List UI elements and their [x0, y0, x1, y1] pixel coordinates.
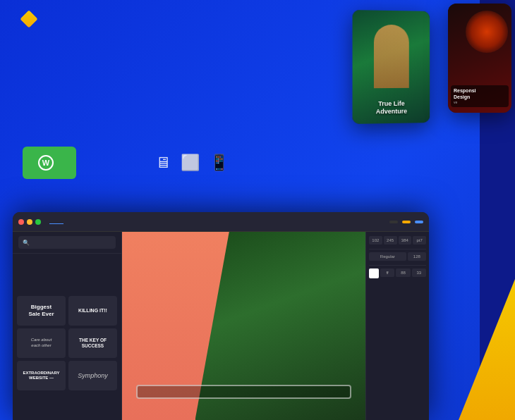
- add-subheading-item[interactable]: [17, 271, 117, 278]
- h-input[interactable]: pt7: [413, 236, 426, 245]
- search-bar[interactable]: 🔍: [18, 236, 116, 249]
- size-input[interactable]: 128: [408, 252, 426, 261]
- editor-topbar: [13, 212, 429, 232]
- slide-text-area: [136, 382, 351, 399]
- editor-right-panel: 102 245 384 pt7 Regular 128 ff: [365, 232, 429, 420]
- alpha-input[interactable]: 33: [412, 268, 426, 277]
- publish-button[interactable]: [402, 221, 411, 223]
- download-button[interactable]: W: [23, 147, 76, 179]
- combo-grid: BiggestSale Ever KILLING IT!! Care about…: [13, 296, 121, 358]
- combo-text: Care abouteach other: [31, 338, 52, 349]
- tab-options[interactable]: [63, 219, 78, 224]
- logo-icon: [20, 10, 37, 27]
- traffic-lights: [18, 219, 41, 225]
- divider: [369, 265, 426, 266]
- combo-item-ext[interactable]: EXTRAORDINARYWEBSITE —: [17, 361, 66, 390]
- feedback-button[interactable]: [389, 221, 398, 223]
- combo-styles-label: [13, 290, 121, 296]
- font-weight-row: Regular 128: [369, 252, 426, 261]
- combo-text: THE KEY OFSUCCESS: [79, 338, 107, 350]
- close-button[interactable]: [18, 219, 24, 225]
- color-section: ff 88 33: [369, 268, 426, 278]
- minimize-button[interactable]: [27, 219, 32, 225]
- combo-item-biggest[interactable]: BiggestSale Ever: [17, 296, 66, 326]
- combo-text: Symphony: [78, 372, 108, 379]
- position-section: 102 245 384 pt7: [369, 236, 426, 245]
- combo-text: BiggestSale Ever: [28, 304, 54, 317]
- combo-text: EXTRAORDINARYWEBSITE —: [23, 371, 59, 381]
- combo-item-key[interactable]: THE KEY OFSUCCESS: [68, 328, 117, 358]
- combo-item-killing[interactable]: KILLING IT!!: [68, 296, 117, 326]
- topbar-tabs: [49, 219, 78, 224]
- weight-input[interactable]: Regular: [369, 252, 406, 261]
- combo-item-care[interactable]: Care abouteach other: [17, 328, 66, 358]
- phone-icon: 📱: [210, 154, 229, 172]
- desktop-icon: 🖥: [155, 154, 171, 172]
- slide-main-text-box[interactable]: [136, 385, 351, 399]
- color-swatch[interactable]: [369, 268, 379, 278]
- tab-slides[interactable]: [49, 219, 63, 224]
- search-icon: 🔍: [23, 240, 30, 246]
- tablet-preview: True LifeAdventure: [353, 10, 430, 124]
- drag-label: [13, 254, 121, 260]
- tablet-icon: ⬜: [181, 154, 200, 172]
- add-heading-item[interactable]: [17, 261, 117, 268]
- y-input[interactable]: 245: [384, 236, 397, 245]
- phone-preview: ResponsiDesign ve: [448, 4, 511, 113]
- font-section: Regular 128: [369, 252, 426, 261]
- opacity-input[interactable]: 88: [396, 268, 410, 277]
- combo-text: KILLING IT!!: [78, 308, 107, 314]
- editor-body: 🔍 BiggestSale Ever: [13, 232, 429, 420]
- editor-screenshot: 🔍 BiggestSale Ever: [13, 212, 429, 420]
- editor-canvas: [122, 232, 365, 420]
- position-row-1: 102 245 384 pt7: [369, 236, 426, 245]
- divider: [369, 249, 426, 249]
- add-body-item[interactable]: [17, 281, 117, 288]
- editor-sidebar: 🔍 BiggestSale Ever: [13, 232, 122, 420]
- wordpress-icon: W: [38, 155, 54, 171]
- x-input[interactable]: 102: [369, 236, 382, 245]
- combo-grid-bottom: EXTRAORDINARYWEBSITE — Symphony: [13, 358, 121, 393]
- w-input[interactable]: 384: [399, 236, 412, 245]
- devices-preview: True LifeAdventure ResponsiDesign ve: [317, 0, 515, 183]
- tablet-overlay-text: True LifeAdventure: [376, 99, 407, 116]
- combo-item-symphony[interactable]: Symphony: [68, 361, 117, 390]
- preview-button[interactable]: [415, 221, 423, 223]
- maximize-button[interactable]: [35, 219, 41, 225]
- color-row: ff 88 33: [369, 268, 426, 278]
- sidebar-search: 🔍: [13, 232, 121, 254]
- slide-canvas: [122, 232, 365, 420]
- topbar-right: [389, 221, 423, 223]
- header: [23, 13, 41, 25]
- phone-overlay-text: ResponsiDesign: [454, 88, 506, 100]
- color-hex[interactable]: ff: [380, 268, 394, 277]
- device-icons: 🖥 ⬜ 📱: [155, 154, 229, 172]
